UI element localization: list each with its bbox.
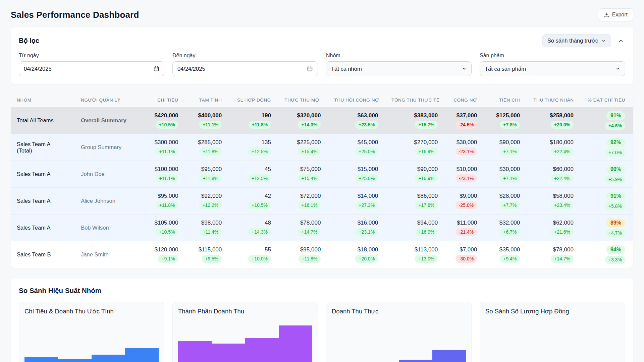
delta-badge: +9.4% bbox=[500, 255, 520, 263]
dashboard-page: Sales Performance Dashboard Export Bộ lọ… bbox=[0, 0, 644, 362]
metric-value: $113,000 bbox=[391, 246, 438, 253]
page-title: Sales Performance Dashboard bbox=[11, 10, 139, 20]
manager-name: Overall Summary bbox=[81, 117, 126, 123]
bar-slot-2 bbox=[92, 321, 125, 362]
metric-value: $86,000 bbox=[391, 193, 438, 199]
to-date-input[interactable]: 04/24/2025 bbox=[172, 61, 318, 76]
metric-value: $78,000 bbox=[284, 220, 321, 226]
col-header-6: THU HỒI CÔNG NỢ bbox=[329, 93, 386, 107]
group-select[interactable]: Tất cả nhóm bbox=[326, 61, 472, 76]
delta-badge: +27.3% bbox=[355, 201, 378, 209]
filters-title: Bộ lọc bbox=[19, 37, 39, 45]
chevron-down-icon bbox=[615, 66, 620, 71]
delta-badge: +7.8% bbox=[500, 121, 520, 129]
delta-badge: +11.4% bbox=[199, 228, 222, 236]
chart-card-1: Thành Phần Doanh Thu bbox=[172, 302, 318, 362]
delta-badge: +15.4% bbox=[298, 174, 321, 182]
col-header-1: NGƯỜI QUẢN LÝ bbox=[75, 93, 141, 107]
metric-value: $383,000 bbox=[391, 112, 438, 119]
delta-badge: +21.6% bbox=[551, 228, 574, 236]
collapse-panel-button[interactable] bbox=[616, 37, 625, 45]
table-header-row: NHÓMNGƯỜI QUẢN LÝCHỈ TIÊUTẠM TÍNHSL HỢP … bbox=[11, 93, 633, 107]
delta-badge: +11.8% bbox=[199, 174, 222, 182]
delta-badge: +11.8% bbox=[199, 147, 222, 156]
team-comparison-section: So Sánh Hiệu Suất Nhóm Chỉ Tiêu & Doanh … bbox=[11, 279, 633, 362]
delta-badge: +5.9% bbox=[605, 175, 625, 183]
metric-value: $9,000 bbox=[451, 193, 477, 199]
metric-value: 190 bbox=[235, 112, 271, 119]
delta-badge: +4.6% bbox=[605, 122, 625, 130]
chevron-down-icon bbox=[462, 66, 467, 71]
delta-badge: +12.2% bbox=[199, 201, 222, 209]
delta-badge: +9.5% bbox=[202, 255, 222, 263]
metric-value: $35,000 bbox=[490, 246, 520, 253]
metric-value: $60,000 bbox=[533, 166, 574, 173]
bar-plot-area bbox=[332, 321, 466, 362]
metric-value: $16,000 bbox=[334, 220, 378, 226]
col-header-8: CÔNG NỢ bbox=[446, 93, 485, 107]
delta-badge: +10.5% bbox=[248, 201, 271, 209]
to-date-label: Đến ngày bbox=[172, 53, 318, 59]
delta-badge: +23.4% bbox=[551, 201, 574, 209]
from-date-input[interactable]: 04/24/2025 bbox=[19, 61, 164, 76]
group-value: Tất cả nhóm bbox=[331, 66, 362, 72]
bar-alice-johnson-s0 bbox=[212, 344, 245, 362]
col-header-3: TẠM TÍNH bbox=[186, 93, 230, 107]
bar-slot-1 bbox=[365, 321, 399, 362]
delta-badge: +4.7% bbox=[605, 229, 625, 237]
bar-slot-3 bbox=[586, 321, 620, 362]
metric-value: $92,000 bbox=[192, 193, 222, 199]
col-header-2: CHỈ TIÊU bbox=[141, 93, 186, 107]
compare-select[interactable]: So sánh tháng trước bbox=[542, 34, 611, 47]
delta-badge: +13.0% bbox=[415, 255, 438, 263]
bar-john-doe-s0 bbox=[24, 357, 58, 362]
delta-badge: +11.1% bbox=[156, 174, 178, 182]
metric-value: $15,000 bbox=[334, 166, 378, 173]
delta-badge: +25.0% bbox=[355, 147, 378, 156]
metric-value: $90,000 bbox=[391, 166, 438, 173]
delta-badge: +16.9% bbox=[415, 174, 438, 182]
performance-table-card: NHÓMNGƯỜI QUẢN LÝCHỈ TIÊUTẠM TÍNHSL HỢP … bbox=[11, 93, 633, 268]
bar-slot-0 bbox=[178, 321, 212, 362]
delta-badge: -25.0% bbox=[455, 201, 477, 209]
metric-value: $63,000 bbox=[334, 112, 378, 119]
table-row-3: Sales Team AAlice Johnson$95,000+11.8%$9… bbox=[11, 188, 633, 215]
metric-value: $95,000 bbox=[192, 166, 222, 173]
metric-value: $30,000 bbox=[451, 139, 477, 146]
delta-badge: +20.0% bbox=[551, 121, 574, 129]
metric-value: $78,000 bbox=[533, 246, 574, 253]
metric-value: $120,000 bbox=[146, 246, 178, 253]
metric-value: $115,000 bbox=[192, 246, 222, 253]
team-name: Sales Team A (Total) bbox=[17, 141, 50, 154]
target-percent-badge: 91% bbox=[606, 111, 625, 120]
product-select[interactable]: Tất cả sản phẩm bbox=[480, 61, 625, 76]
chart-title: Doanh Thu Thực bbox=[326, 302, 471, 315]
download-icon bbox=[604, 12, 609, 18]
delta-badge: +6.7% bbox=[500, 228, 520, 236]
metric-value: $105,000 bbox=[146, 220, 178, 226]
from-date-label: Từ ngày bbox=[19, 53, 164, 59]
delta-badge: +16.9% bbox=[415, 147, 438, 156]
delta-badge: +12.5% bbox=[248, 147, 271, 156]
bar-jane-smith-s0 bbox=[432, 350, 466, 362]
manager-name: Group Summary bbox=[81, 144, 121, 150]
chart-title: Thành Phần Doanh Thu bbox=[173, 302, 318, 315]
export-button[interactable]: Export bbox=[598, 8, 633, 21]
chart-card-2: Doanh Thu Thực bbox=[326, 302, 472, 362]
top-bar: Sales Performance Dashboard Export bbox=[11, 0, 633, 21]
delta-badge: +22.4% bbox=[551, 174, 574, 182]
col-header-4: SL HỢP ĐỒNG bbox=[230, 93, 279, 107]
col-header-9: TIỀN CHI bbox=[485, 93, 528, 107]
bar-slot-0 bbox=[332, 321, 365, 362]
bar-bob-wilson-s0 bbox=[399, 360, 432, 362]
metric-value: $14,000 bbox=[334, 193, 378, 199]
metric-value: $270,000 bbox=[391, 139, 438, 146]
bar-plot-area bbox=[485, 321, 620, 362]
bar-slot-2 bbox=[399, 321, 432, 362]
metric-value: $95,000 bbox=[146, 193, 178, 199]
delta-badge: +11.1% bbox=[156, 147, 178, 156]
metric-value: $72,000 bbox=[284, 193, 321, 199]
delta-badge: +23.1% bbox=[355, 228, 378, 236]
metric-value: 135 bbox=[235, 139, 271, 146]
delta-badge: -23.1% bbox=[455, 174, 477, 182]
